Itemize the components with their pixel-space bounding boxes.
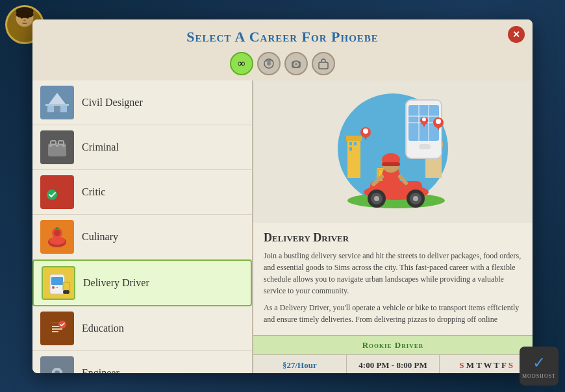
svg-point-35	[66, 290, 69, 294]
svg-point-64	[422, 117, 426, 121]
svg-point-3	[16, 11, 34, 18]
svg-point-29	[54, 230, 60, 236]
hours-value: 4:00 PM - 8:00 PM	[358, 360, 427, 370]
career-item-engineer[interactable]: Engineer	[32, 351, 252, 373]
svg-rect-52	[354, 142, 357, 145]
svg-rect-47	[62, 372, 65, 373]
filter-icon-camera1[interactable]	[257, 52, 281, 75]
career-name-delivery-driver: Delivery Driver	[83, 277, 149, 289]
dialog-body: Civil Designer Criminal	[32, 80, 533, 373]
career-icon-culinary	[40, 220, 74, 254]
filter-icon-camera2[interactable]	[284, 52, 308, 75]
career-icon-civil-designer	[40, 86, 74, 119]
career-description-1: Join a bustling delivery service and hit…	[264, 250, 522, 297]
svg-rect-17	[54, 106, 60, 112]
career-item-civil-designer[interactable]: Civil Designer	[32, 80, 252, 125]
days-value: S	[459, 360, 464, 370]
career-name-civil-designer: Civil Designer	[82, 97, 143, 108]
career-list[interactable]: Civil Designer Criminal	[32, 80, 253, 373]
svg-rect-13	[294, 60, 298, 62]
svg-rect-40	[52, 331, 58, 332]
career-icon-criminal	[40, 130, 74, 164]
career-icon-education	[40, 312, 74, 345]
svg-point-74	[374, 196, 379, 201]
svg-point-88	[436, 119, 441, 124]
svg-rect-39	[52, 328, 62, 330]
career-name-criminal: Criminal	[82, 141, 119, 153]
stat-days: S M T W T F S	[440, 355, 533, 373]
svg-point-25	[47, 190, 57, 200]
svg-point-32	[52, 286, 55, 289]
svg-point-5	[27, 16, 29, 19]
career-info-section: Delivery Driver Join a bustling delivery…	[253, 223, 533, 335]
filter-icon-bag[interactable]	[312, 52, 335, 75]
svg-rect-46	[49, 372, 52, 373]
svg-rect-23	[56, 145, 58, 147]
modshost-check-icon: ✓	[533, 354, 546, 372]
svg-rect-31	[51, 277, 63, 285]
svg-point-33	[56, 287, 58, 288]
career-item-culinary[interactable]: Culinary	[32, 215, 252, 260]
stat-wage: §27/Hour	[253, 355, 347, 373]
career-name-education: Education	[82, 323, 124, 334]
career-stats: Rookie Driver §27/Hour 4:00 PM - 8:00 PM…	[253, 335, 533, 373]
modshost-badge: ✓ MODSHOST	[520, 347, 559, 386]
stats-row: §27/Hour 4:00 PM - 8:00 PM S M T W T F S	[253, 355, 533, 373]
svg-rect-24	[62, 145, 65, 147]
career-item-critic[interactable]: Critic	[32, 170, 252, 215]
svg-point-85	[363, 129, 368, 134]
svg-rect-66	[419, 144, 431, 149]
career-description-2: As a Delivery Driver, you'll operate a v…	[264, 302, 522, 325]
career-icon-delivery-driver	[42, 266, 75, 300]
svg-point-4	[21, 16, 23, 19]
svg-point-77	[413, 196, 418, 201]
svg-rect-50	[346, 136, 362, 141]
svg-point-6	[23, 19, 26, 21]
dialog-title-bar: Select a Career for Phoebe ✕	[32, 19, 533, 49]
career-detail-title: Delivery Driver	[264, 231, 522, 245]
svg-rect-53	[349, 147, 352, 151]
career-illustration	[253, 80, 533, 223]
career-item-education[interactable]: Education	[32, 306, 252, 351]
filter-icons-row: ∞	[32, 49, 533, 80]
career-name-engineer: Engineer	[82, 367, 119, 373]
days-s2: S	[509, 360, 513, 370]
svg-rect-9	[266, 60, 271, 62]
career-name-critic: Critic	[82, 186, 105, 198]
svg-point-12	[295, 63, 297, 66]
close-button[interactable]: ✕	[508, 26, 525, 43]
svg-rect-44	[56, 365, 58, 368]
svg-point-8	[267, 62, 271, 66]
svg-rect-20	[51, 141, 56, 145]
svg-rect-51	[349, 142, 352, 145]
career-icon-engineer	[40, 356, 74, 373]
svg-rect-22	[49, 145, 52, 147]
career-level: Rookie Driver	[253, 336, 533, 355]
career-name-culinary: Culinary	[82, 231, 118, 243]
svg-rect-18	[45, 104, 69, 106]
svg-rect-14	[319, 62, 328, 69]
modshost-label: MODSHOST	[522, 373, 556, 379]
dialog-title: Select a Career for Phoebe	[58, 29, 507, 45]
career-detail-panel: Delivery Driver Join a bustling delivery…	[253, 80, 533, 373]
days-m: M T W T F	[466, 360, 509, 370]
svg-rect-81	[382, 162, 400, 166]
stat-hours: 4:00 PM - 8:00 PM	[347, 355, 440, 373]
career-icon-critic	[40, 175, 74, 209]
wage-value: §27/Hour	[282, 360, 317, 370]
career-item-criminal[interactable]: Criminal	[32, 125, 252, 170]
svg-rect-21	[58, 141, 64, 145]
filter-icon-infinity[interactable]: ∞	[230, 52, 253, 75]
career-dialog: Select a Career for Phoebe ✕ ∞	[32, 19, 533, 373]
career-item-delivery-driver[interactable]: Delivery Driver	[32, 260, 252, 306]
